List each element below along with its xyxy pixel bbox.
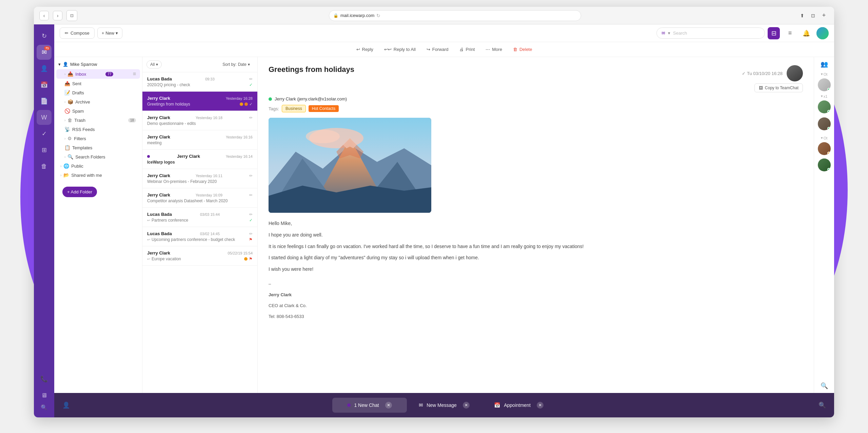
public-icon: 🌐 [63, 163, 69, 169]
taskbar-right-search-icon[interactable]: 🔍 [818, 401, 826, 409]
appointment-close-btn[interactable]: ✕ [537, 402, 544, 409]
delete-button[interactable]: 🗑 Delete [508, 45, 537, 54]
url-bar[interactable]: 🔒 mail.icewarp.com ↻ [329, 10, 581, 21]
edit-icon: ✏ [249, 173, 253, 178]
tags-label: Tags: [269, 106, 279, 111]
contact-avatar-5[interactable] [818, 158, 831, 171]
sidebar-check-btn[interactable]: ✓ [37, 126, 52, 141]
contact-avatar-4[interactable] [818, 142, 831, 155]
taskbar-left-icon[interactable]: 👤 [62, 401, 70, 409]
email-body: Hello Mike, I hope you are doing well. I… [269, 220, 803, 320]
contact-avatar-1[interactable] [818, 78, 831, 91]
appointment-tab[interactable]: 📅 Appointment ✕ [481, 398, 556, 413]
email-item-unread[interactable]: Jerry Clark Yesterday 16:14 IceWarp logo… [142, 150, 257, 169]
new-message-close-btn[interactable]: ✕ [463, 402, 470, 409]
tag-dot [244, 257, 248, 261]
sidebar-notes-btn[interactable]: 📄 [37, 94, 52, 109]
sort-button[interactable]: Sort by: Date ▾ [219, 61, 253, 68]
email-item[interactable]: Jerry Clark Yesterday 16:18 ✏ Demo quest… [142, 111, 257, 130]
maximize-button[interactable]: ⊡ [808, 11, 818, 20]
email-item[interactable]: Lucas Bada 03/02 14:45 ✏ ↩ Upcoming part… [142, 227, 257, 246]
new-chat-close-btn[interactable]: ✕ [385, 402, 392, 409]
check-icon: ✓ [249, 218, 253, 223]
add-folder-button[interactable]: + Add Folder [62, 187, 97, 197]
hot-contacts-tag[interactable]: Hot Contacts [309, 105, 339, 112]
print-button[interactable]: 🖨 Print [455, 45, 480, 54]
new-chat-tab[interactable]: 1 New Chat ✕ [332, 398, 407, 413]
filter-all-button[interactable]: All ▾ [146, 60, 162, 69]
contacts-icon[interactable]: 👥 [821, 60, 828, 68]
sidebar-calendar-btn[interactable]: 📅 [37, 77, 52, 92]
new-button[interactable]: + New ▾ [97, 27, 123, 39]
sidebar-trash-btn[interactable]: 🗑 [37, 159, 52, 174]
sidebar-search-btn[interactable]: 🔍 [41, 404, 47, 411]
public-label: Public [71, 164, 83, 169]
contact-avatar-3[interactable] [818, 117, 831, 130]
mail-badge: 71 [44, 46, 50, 50]
email-content-panel: Greetings from holidays ✓ Tu 03/10/20 16… [258, 57, 814, 393]
account-header[interactable]: ▾ 👤 Mike Sparrow [54, 60, 142, 69]
archive-folder[interactable]: › 📦 Archive [56, 97, 140, 106]
contact-avatar-2[interactable] [818, 100, 831, 113]
email-item[interactable]: Jerry Clark 05/22/19 15:54 ↩ Europe vaca… [142, 246, 257, 266]
print-icon: 🖨 [459, 47, 464, 52]
business-tag[interactable]: Business [282, 105, 306, 112]
spam-folder[interactable]: 🚫 Spam [56, 107, 140, 115]
forward-button[interactable]: ↪ Forward [422, 45, 453, 54]
sidebar-refresh-btn[interactable]: ↻ [37, 29, 52, 43]
email-tags-row: Tags: Business Hot Contacts [269, 105, 803, 112]
split-view-button[interactable]: ⊟ [768, 27, 780, 39]
email-date: ✓ Tu 03/10/20 16:28 [742, 65, 803, 81]
email-item[interactable]: Lucas Bada 09:33 ✏ 2020/2Q pricing - che… [142, 72, 257, 92]
email-item[interactable]: Jerry Clark Yesterday 16:16 meeting [142, 130, 257, 150]
account-name: Mike Sparrow [70, 62, 97, 67]
flag-icon: ⚑ [249, 257, 253, 261]
reply-all-button[interactable]: ↩↩ Reply to All [379, 45, 420, 54]
back-button[interactable]: ‹ [39, 11, 49, 20]
email-meta-right: ✓ Tu 03/10/20 16:28 🖼 Copy to TeamChat [742, 65, 803, 92]
more-button[interactable]: ⋯ More [481, 45, 507, 54]
email-item[interactable]: Jerry Clark Yesterday 16:11 ✏ Webinar On… [142, 169, 257, 188]
inbox-folder[interactable]: › 📥 Inbox 77 ≡ [56, 69, 140, 79]
reply-button[interactable]: ↩ Reply [352, 45, 378, 54]
public-folder[interactable]: › 🌐 Public [56, 162, 140, 170]
search-bar[interactable]: ✉ ▾ Search [656, 27, 765, 39]
email-item[interactable]: Lucas Bada 03/03 15:44 ✏ ↩ Partners conf… [142, 208, 257, 227]
trash-folder[interactable]: › 🗑 Trash 18 [56, 116, 140, 125]
tab-view-button[interactable]: ⊡ [66, 10, 77, 21]
sidebar-phone-btn[interactable]: 📞 [37, 372, 52, 387]
add-tab-button[interactable]: + [819, 11, 829, 20]
email-item[interactable]: Jerry Clark Yesterday 16:09 ✏ Competitor… [142, 188, 257, 208]
forward-button[interactable]: › [53, 11, 62, 20]
sidebar-contacts-btn[interactable]: 👤 [37, 61, 52, 76]
chevron-down-icon: ▾ [821, 136, 823, 140]
sidebar-mail-btn[interactable]: ✉ 71 [37, 45, 52, 60]
account-icon: 👤 [63, 62, 68, 67]
sent-folder[interactable]: 📤 Sent [56, 79, 140, 88]
filter-list-button[interactable]: ≡ [784, 27, 796, 39]
refresh-icon[interactable]: ↻ [376, 13, 380, 18]
search-folders-folder[interactable]: › 🔍 Search Folders [56, 152, 140, 161]
email-item-selected[interactable]: Jerry Clark Yesterday 16:28 Greetings fr… [142, 92, 257, 111]
drafts-folder[interactable]: 📝 Drafts [56, 88, 140, 97]
search-text: Search [673, 31, 687, 36]
templates-folder[interactable]: 📋 Templates [56, 143, 140, 152]
sidebar-grid-btn[interactable]: ⊞ [37, 143, 52, 157]
sidebar-word-btn[interactable]: W [37, 110, 52, 125]
shared-folder[interactable]: › 📂 Shared with me [56, 171, 140, 180]
inbox-more-btn[interactable]: ≡ [133, 71, 136, 77]
status-dot [827, 152, 830, 155]
rss-folder[interactable]: 📡 RSS Feeds [56, 125, 140, 134]
url-text: mail.icewarp.com [340, 13, 374, 18]
bottom-search-icon[interactable]: 🔍 [821, 382, 828, 390]
compose-button[interactable]: ✏ Compose [60, 27, 95, 39]
notifications-button[interactable]: 🔔 [800, 27, 812, 39]
copy-teamchat-button[interactable]: 🖼 Copy to TeamChat [754, 83, 803, 92]
sidebar-monitor-btn[interactable]: 🖥 [37, 388, 52, 403]
mail-search-icon: ✉ [662, 31, 665, 36]
new-message-tab[interactable]: ✉ New Message ✕ [407, 398, 481, 413]
user-avatar[interactable] [816, 27, 829, 39]
filters-folder[interactable]: › ⚙ Filters [56, 134, 140, 143]
share-button[interactable]: ⬆ [797, 11, 807, 20]
more-icon: ⋯ [486, 47, 490, 52]
